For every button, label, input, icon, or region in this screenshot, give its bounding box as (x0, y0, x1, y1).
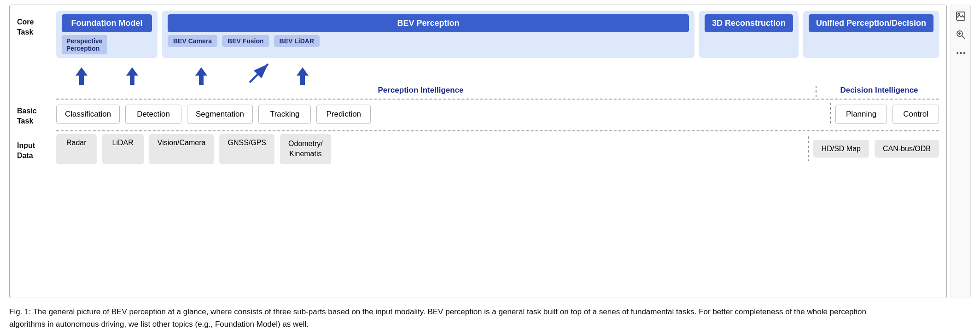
vertical-separator-input (808, 136, 809, 161)
perception-inputs: Radar LiDAR Vision/Camera GNSS/GPS Odome… (56, 134, 803, 164)
image-icon[interactable] (954, 10, 967, 23)
dashed-line-row2 (17, 130, 939, 131)
arrow3 (194, 67, 208, 85)
arrow1 (75, 67, 88, 85)
radar-box: Radar (56, 134, 97, 164)
can-bus-box: CAN-bus/ODB (875, 140, 939, 158)
bev-perception-group: BEV Perception BEV Camera BEV Fusion BEV… (162, 11, 694, 58)
planning-box: Planning (835, 105, 887, 124)
bev-sub-boxes: BEV Camera BEV Fusion BEV LiDAR (168, 35, 320, 47)
svg-line-4 (250, 64, 268, 82)
basic-task-label: BasicTask (17, 102, 56, 127)
side-toolbar: ⋯ (951, 5, 971, 298)
svg-marker-0 (76, 67, 88, 85)
svg-marker-2 (195, 67, 207, 85)
lidar-box: LiDAR (102, 134, 144, 164)
tracking-box: Tracking (258, 105, 311, 124)
bev-fusion-box: BEV Fusion (222, 35, 269, 47)
hd-sd-map-box: HD/SD Map (813, 140, 869, 158)
perception-intelligence-label: Perception Intelligence (56, 86, 813, 97)
svg-line-9 (962, 36, 965, 39)
vision-camera-box: Vision/Camera (149, 134, 214, 164)
prediction-box: Prediction (316, 105, 371, 124)
diag-arrow (245, 62, 273, 85)
control-box: Control (892, 105, 939, 124)
gnss-gps-box: GNSS/GPS (219, 134, 274, 164)
arrow-content: Perception Intelligence Decision Intelli… (56, 62, 939, 97)
unified-box: Unified Perception/Decision (809, 14, 933, 32)
unified-group: Unified Perception/Decision (803, 11, 939, 58)
input-data-content: Radar LiDAR Vision/Camera GNSS/GPS Odome… (56, 134, 939, 164)
input-data-label: InputData (17, 137, 56, 161)
input-data-row: InputData Radar LiDAR Vision/Camera GNSS… (17, 134, 939, 164)
dashed-line (56, 99, 939, 100)
bev-camera-box: BEV Camera (168, 35, 217, 47)
arrow-row: Perception Intelligence Decision Intelli… (17, 62, 939, 97)
segmentation-box: Segmentation (187, 105, 253, 124)
svg-marker-5 (297, 67, 309, 85)
detection-box: Detection (125, 105, 181, 124)
arrow4 (296, 67, 309, 85)
more-icon[interactable]: ⋯ (954, 47, 967, 59)
decision-intelligence-label: Decision Intelligence (819, 86, 939, 97)
caption: Fig. 1: The general picture of BEV perce… (9, 306, 884, 330)
reconstruction-group: 3D Reconstruction (699, 11, 799, 58)
core-task-content: Foundation Model PerspectivePerception B… (56, 11, 939, 58)
foundation-model-group: Foundation Model PerspectivePerception (56, 11, 158, 58)
perspective-perception-box: PerspectivePerception (62, 35, 107, 54)
zoom-icon[interactable] (954, 28, 967, 41)
main-container: CoreTask Foundation Model PerspectivePer… (9, 5, 971, 298)
svg-marker-1 (126, 67, 138, 85)
perception-arrows (56, 62, 939, 85)
arrow2 (125, 67, 139, 85)
dashed-line-row (17, 99, 939, 100)
dashed-line2 (56, 130, 939, 131)
intelligence-labels: Perception Intelligence Decision Intelli… (56, 86, 939, 97)
bev-lidar-box: BEV LiDAR (274, 35, 320, 47)
perception-side: Perception Intelligence Decision Intelli… (56, 62, 939, 97)
bev-perception-box: BEV Perception (168, 14, 689, 32)
odometry-box: Odometry/Kinematis (280, 134, 331, 164)
basic-decision-tasks: Planning Control (835, 105, 939, 124)
foundation-model-box: Foundation Model (62, 14, 152, 32)
basic-perception-tasks: Classification Detection Segmentation Tr… (56, 105, 825, 124)
classification-box: Classification (56, 105, 120, 124)
vertical-separator-basic (830, 103, 831, 126)
diagram-area: CoreTask Foundation Model PerspectivePer… (9, 5, 947, 298)
basic-task-row: BasicTask Classification Detection Segme… (17, 102, 939, 127)
basic-task-content: Classification Detection Segmentation Tr… (56, 103, 939, 126)
decision-inputs: HD/SD Map CAN-bus/ODB (813, 140, 939, 158)
core-task-label: CoreTask (17, 11, 56, 38)
reconstruction-box: 3D Reconstruction (705, 14, 793, 32)
